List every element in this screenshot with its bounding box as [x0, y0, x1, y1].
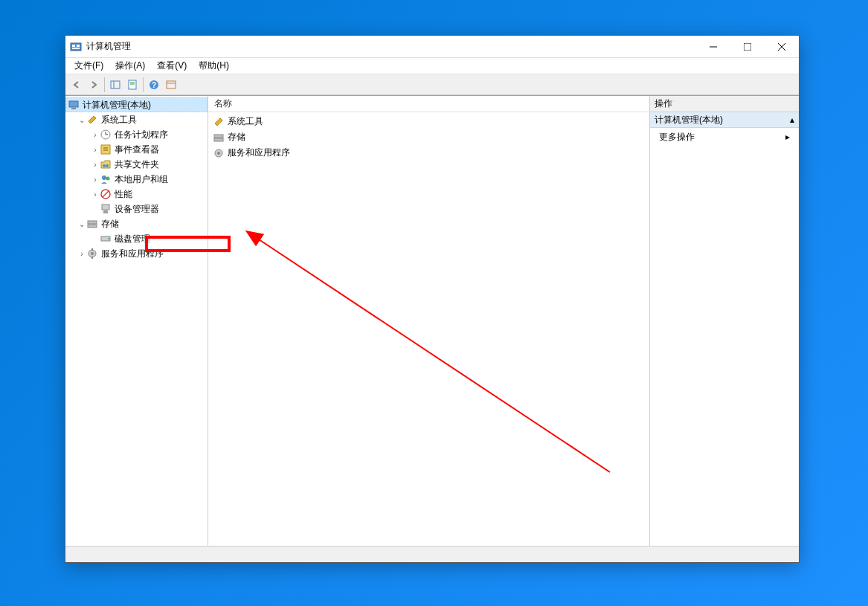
show-hide-tree-button[interactable]: [107, 77, 123, 93]
svg-rect-3: [72, 48, 80, 49]
svg-point-27: [102, 175, 106, 180]
minimize-button[interactable]: [696, 36, 730, 58]
svg-rect-15: [167, 81, 176, 88]
tree-label: 存储: [101, 218, 119, 231]
menu-file[interactable]: 文件(F): [68, 58, 109, 74]
event-icon: [100, 144, 112, 155]
toolbar: ?: [65, 74, 799, 95]
statusbar: [65, 546, 799, 562]
tree-label: 性能: [115, 188, 132, 201]
services-icon: [213, 147, 225, 159]
collapse-icon[interactable]: ⌄: [77, 116, 86, 124]
action-header: 操作: [650, 96, 799, 112]
svg-rect-40: [91, 257, 93, 259]
tree-event-viewer[interactable]: › 事件查看器: [65, 142, 208, 157]
svg-point-36: [108, 238, 109, 239]
list-item-services[interactable]: 服务和应用程序: [211, 145, 646, 161]
tools-icon: [86, 114, 98, 126]
clock-icon: [100, 129, 112, 141]
svg-rect-2: [77, 45, 80, 47]
tree-disk-management[interactable]: › 磁盘管理: [65, 231, 208, 246]
expand-icon[interactable]: ›: [77, 250, 86, 258]
computer-icon: [68, 99, 80, 111]
titlebar: 计算机管理: [65, 36, 799, 58]
expand-icon[interactable]: ›: [91, 131, 100, 139]
forward-button[interactable]: [86, 77, 102, 93]
expand-icon[interactable]: ›: [91, 190, 100, 199]
svg-rect-8: [111, 81, 120, 88]
disk-icon: [100, 233, 112, 245]
svg-rect-17: [69, 101, 78, 107]
maximize-button[interactable]: [730, 36, 765, 58]
svg-rect-18: [71, 108, 76, 109]
tree-shared-folders[interactable]: › 共享文件夹: [65, 157, 208, 172]
tree-label: 共享文件夹: [115, 158, 159, 171]
tree-label: 计算机管理(本地): [83, 99, 151, 112]
toolbar-separator: [143, 77, 144, 92]
properties-button[interactable]: [124, 77, 141, 93]
toolbar-separator: [104, 77, 105, 92]
svg-rect-22: [101, 145, 110, 154]
svg-rect-39: [91, 248, 93, 251]
back-button[interactable]: [68, 77, 85, 93]
device-manager-icon: [100, 203, 112, 215]
tree-device-manager[interactable]: › 设备管理器: [65, 202, 208, 216]
svg-rect-1: [72, 45, 75, 47]
tree-local-users[interactable]: › 本地用户和组: [65, 172, 208, 187]
tree-label: 设备管理器: [115, 203, 159, 216]
tools-icon: [213, 116, 225, 128]
action-section[interactable]: 计算机管理(本地) ▴: [650, 112, 799, 128]
tree-systools[interactable]: ⌄ 系统工具: [65, 112, 208, 127]
computer-management-window: 计算机管理 文件(F) 操作(A) 查看(V) 帮助(H) ? 计算机管理(本地…: [65, 35, 800, 563]
menu-view[interactable]: 查看(V): [151, 58, 193, 74]
list-label: 存储: [228, 131, 245, 144]
tree-performance[interactable]: › 性能: [65, 187, 208, 202]
tree-label: 事件查看器: [115, 144, 159, 156]
list-item-storage[interactable]: 存储: [211, 129, 646, 145]
tree-pane: 计算机管理(本地) ⌄ 系统工具 › 任务计划程序 › 事件查看器 › 共享文件…: [65, 96, 208, 546]
expand-icon[interactable]: ›: [91, 146, 100, 154]
menu-help[interactable]: 帮助(H): [193, 58, 235, 74]
storage-icon: [86, 218, 98, 230]
list-header-name[interactable]: 名称: [208, 96, 649, 112]
svg-rect-41: [214, 135, 223, 138]
expand-icon[interactable]: ›: [91, 161, 100, 169]
list-item-systools[interactable]: 系统工具: [211, 114, 646, 129]
menubar: 文件(F) 操作(A) 查看(V) 帮助(H): [65, 58, 799, 74]
list-label: 系统工具: [228, 115, 263, 128]
tree-services-apps[interactable]: › 服务和应用程序: [65, 246, 208, 261]
svg-point-25: [103, 164, 106, 167]
action-label: 更多操作: [659, 131, 695, 144]
refresh-button[interactable]: [163, 77, 179, 93]
content-area: 计算机管理(本地) ⌄ 系统工具 › 任务计划程序 › 事件查看器 › 共享文件…: [65, 95, 799, 546]
action-more[interactable]: 更多操作 ▸: [650, 128, 799, 146]
menu-action[interactable]: 操作(A): [109, 58, 151, 74]
help-button[interactable]: ?: [146, 77, 162, 93]
svg-rect-10: [129, 80, 136, 89]
submenu-arrow-icon: ▸: [785, 132, 790, 142]
action-pane: 操作 计算机管理(本地) ▴ 更多操作 ▸: [650, 96, 799, 546]
collapse-arrow-icon: ▴: [790, 115, 794, 125]
performance-icon: [100, 188, 112, 200]
tree-task-scheduler[interactable]: › 任务计划程序: [65, 127, 208, 142]
tree-label: 系统工具: [101, 114, 137, 126]
tree-storage[interactable]: ⌄ 存储: [65, 216, 208, 231]
svg-point-44: [217, 152, 220, 155]
tree-label: 服务和应用程序: [101, 248, 164, 260]
storage-icon: [213, 132, 225, 144]
svg-point-38: [91, 252, 94, 255]
svg-point-28: [106, 177, 110, 181]
svg-line-30: [103, 191, 109, 197]
collapse-icon[interactable]: ⌄: [77, 220, 86, 228]
svg-rect-34: [88, 225, 97, 228]
expand-icon[interactable]: ›: [91, 175, 100, 184]
tree-label: 本地用户和组: [115, 173, 168, 186]
list-pane: 名称 系统工具 存储 服务和应用程序: [208, 96, 650, 546]
tree-label: 任务计划程序: [115, 129, 168, 141]
users-icon: [100, 173, 112, 185]
svg-rect-42: [214, 138, 223, 141]
list-body: 系统工具 存储 服务和应用程序: [208, 112, 649, 546]
svg-rect-33: [88, 221, 97, 224]
tree-root[interactable]: 计算机管理(本地): [65, 97, 208, 112]
close-button[interactable]: [765, 36, 799, 58]
